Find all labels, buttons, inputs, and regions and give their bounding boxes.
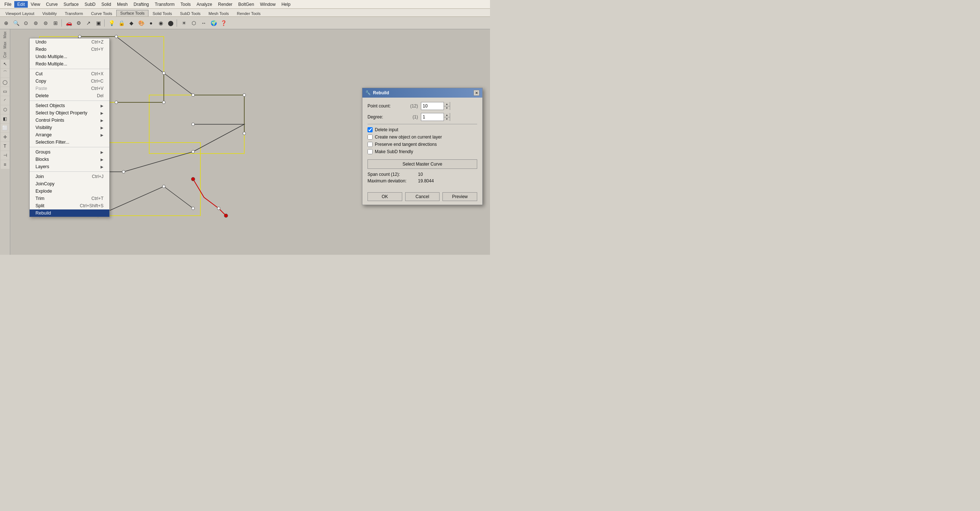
menu-join[interactable]: Join Ctrl+J <box>30 173 109 180</box>
toolbar-grid-icon[interactable]: ⊞ <box>51 18 60 28</box>
menu-split[interactable]: Split Ctrl+Shift+S <box>30 202 109 209</box>
menu-edit[interactable]: Edit <box>14 1 28 8</box>
cancel-button[interactable]: Cancel <box>405 192 440 201</box>
menu-redo-multiple[interactable]: Redo Multiple... <box>30 60 109 68</box>
menu-surface[interactable]: Surface <box>61 1 81 8</box>
toolbar-zoom-icon[interactable]: 🔍 <box>11 18 21 28</box>
menu-selection-filter[interactable]: Selection Filter... <box>30 138 109 146</box>
preserve-end-tangent-checkbox[interactable] <box>368 142 372 147</box>
point-count-down[interactable]: ▼ <box>444 106 450 110</box>
menu-tools[interactable]: Tools <box>178 1 194 8</box>
tab-visibility[interactable]: Visibility <box>38 10 61 16</box>
menu-delete[interactable]: Delete Del <box>30 92 109 99</box>
toolbar-select-icon[interactable]: ⊕ <box>2 18 11 28</box>
menu-transform[interactable]: Transform <box>152 1 177 8</box>
menu-visibility[interactable]: Visibility ▶ <box>30 124 109 131</box>
menu-undo[interactable]: Undo Ctrl+Z <box>30 38 109 46</box>
menu-undo-multiple[interactable]: Undo Multiple... <box>30 53 109 60</box>
menu-cut[interactable]: Cut Ctrl+X <box>30 70 109 78</box>
select-master-curve-button[interactable]: Select Master Curve <box>368 159 477 169</box>
toolbar-color-icon[interactable]: 🎨 <box>137 18 146 28</box>
toolbar-sphere2-icon[interactable]: ◉ <box>156 18 165 28</box>
dialog-close-button[interactable]: ✕ <box>474 90 479 96</box>
menu-rebuild[interactable]: Rebuild <box>30 209 109 217</box>
menu-explode[interactable]: Explode <box>30 187 109 195</box>
menu-analyze[interactable]: Analyze <box>194 1 215 8</box>
menu-help[interactable]: Help <box>278 1 294 8</box>
toolbar-zoom-extents-icon[interactable]: ⊚ <box>31 18 41 28</box>
menubar: File Edit View Curve Surface SubD Solid … <box>0 0 490 9</box>
menu-view[interactable]: View <box>28 1 43 8</box>
sidebar-box-icon[interactable]: ⬜ <box>1 124 10 132</box>
menu-render[interactable]: Render <box>215 1 235 8</box>
menu-solid[interactable]: Solid <box>99 1 114 8</box>
toolbar-zoom-window-icon[interactable]: ⊙ <box>21 18 31 28</box>
preview-button[interactable]: Preview <box>442 192 477 201</box>
menu-drafting[interactable]: Drafting <box>130 1 152 8</box>
toolbar-hex-icon[interactable]: ⬡ <box>189 18 199 28</box>
menu-paste[interactable]: Paste Ctrl+V <box>30 85 109 92</box>
toolbar-sphere-icon[interactable]: ● <box>146 18 156 28</box>
point-count-up[interactable]: ▲ <box>444 102 450 106</box>
menu-joincopy[interactable]: JoinCopy <box>30 180 109 187</box>
toolbar-square-icon[interactable]: ▣ <box>94 18 103 28</box>
dialog-footer: OK Cancel Preview <box>363 189 482 205</box>
menu-blocks[interactable]: Blocks ▶ <box>30 156 109 163</box>
sidebar-surface-icon[interactable]: ◧ <box>1 114 10 123</box>
menu-arrange[interactable]: Arrange ▶ <box>30 131 109 138</box>
tab-subd-tools[interactable]: SubD Tools <box>176 10 204 16</box>
degree-up[interactable]: ▲ <box>444 113 450 117</box>
undo-label: Undo <box>35 40 46 44</box>
delete-input-checkbox[interactable] <box>368 127 372 132</box>
toolbar-globe-icon[interactable]: 🌍 <box>209 18 218 28</box>
sidebar-rect-icon[interactable]: ▭ <box>1 87 10 96</box>
toolbar-help-icon[interactable]: ❓ <box>219 18 228 28</box>
toolbar-car-icon[interactable]: 🚗 <box>64 18 73 28</box>
tab-mesh-tools[interactable]: Mesh Tools <box>204 10 232 16</box>
tab-curve-tools[interactable]: Curve Tools <box>87 10 116 16</box>
tab-viewport-layout[interactable]: Viewport Layout <box>2 10 38 16</box>
ok-button[interactable]: OK <box>368 192 402 201</box>
tab-render-tools[interactable]: Render Tools <box>233 10 265 16</box>
tab-transform[interactable]: Transform <box>61 10 87 16</box>
menu-layers[interactable]: Layers ▶ <box>30 163 109 170</box>
sidebar-circle-icon[interactable]: ◯ <box>1 78 10 87</box>
point-count-input[interactable] <box>421 102 444 110</box>
toolbar-sphere3-icon[interactable]: ⬤ <box>166 18 175 28</box>
sidebar-arc-icon[interactable]: ◜ <box>1 96 10 105</box>
sidebar-text-icon[interactable]: T <box>1 142 10 151</box>
tab-solid-tools[interactable]: Solid Tools <box>148 10 176 16</box>
sidebar-curve-icon[interactable]: ⌒ <box>1 69 10 78</box>
sidebar-arrow-icon[interactable]: ↖ <box>1 60 10 68</box>
toolbar-zoom-selected-icon[interactable]: ⊜ <box>41 18 51 28</box>
degree-input[interactable] <box>421 113 444 121</box>
menu-curve[interactable]: Curve <box>43 1 61 8</box>
menu-groups[interactable]: Groups ▶ <box>30 148 109 156</box>
menu-file[interactable]: File <box>2 1 14 8</box>
toolbar-lock-icon[interactable]: 🔒 <box>117 18 126 28</box>
menu-select-by-property[interactable]: Select by Object Property ▶ <box>30 109 109 117</box>
sidebar-dim-icon[interactable]: ⊣ <box>1 151 10 160</box>
menu-subd[interactable]: SubD <box>81 1 99 8</box>
toolbar-sun-icon[interactable]: ☀ <box>179 18 189 28</box>
sidebar-poly-icon[interactable]: ⬡ <box>1 105 10 114</box>
tab-surface-tools[interactable]: Surface Tools <box>116 10 148 16</box>
toolbar-diamond-icon[interactable]: ◆ <box>127 18 136 28</box>
menu-redo[interactable]: Redo Ctrl+Y <box>30 46 109 53</box>
menu-control-points[interactable]: Control Points ▶ <box>30 117 109 124</box>
menu-copy[interactable]: Copy Ctrl+C <box>30 78 109 85</box>
create-new-object-checkbox[interactable] <box>368 135 372 140</box>
make-subd-friendly-checkbox[interactable] <box>368 149 372 154</box>
toolbar-transfer-icon[interactable]: ↔ <box>199 18 208 28</box>
menu-mesh[interactable]: Mesh <box>114 1 130 8</box>
toolbar-light-icon[interactable]: 💡 <box>107 18 116 28</box>
degree-down[interactable]: ▼ <box>444 117 450 121</box>
menu-boltgen[interactable]: BoltGen <box>235 1 257 8</box>
toolbar-settings-icon[interactable]: ⚙ <box>74 18 83 28</box>
sidebar-move-icon[interactable]: ✛ <box>1 133 10 141</box>
menu-window[interactable]: Window <box>257 1 278 8</box>
toolbar-arrow-icon[interactable]: ↗ <box>84 18 93 28</box>
sidebar-misc-icon[interactable]: ≡ <box>1 160 10 169</box>
menu-trim[interactable]: Trim Ctrl+T <box>30 195 109 202</box>
menu-select-objects[interactable]: Select Objects ▶ <box>30 102 109 109</box>
